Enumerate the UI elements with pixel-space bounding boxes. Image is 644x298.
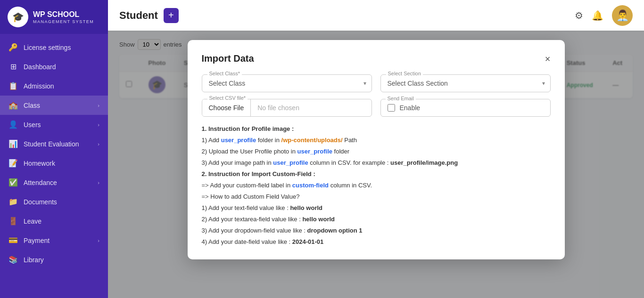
sidebar-item-label: Class xyxy=(24,102,40,109)
modal-header: Import Data × xyxy=(202,53,551,64)
instruction-header-2: 2. Instruction for Import Custom-Field : xyxy=(202,170,315,177)
chevron-right-icon: › xyxy=(98,122,99,128)
sidebar-item-dashboard[interactable]: ⊞ Dashboard xyxy=(0,57,108,76)
sidebar-item-label: License settings xyxy=(24,44,71,51)
modal-overlay: Import Data × Select Class* Select Class… xyxy=(108,31,644,298)
select-class-dropdown[interactable]: Select Class xyxy=(202,74,372,92)
logo-title: WP SCHOOL xyxy=(33,10,94,19)
chevron-right-icon: › xyxy=(98,141,99,147)
nav-icon: 📚 xyxy=(8,255,18,264)
select-class-label: Select Class* xyxy=(207,71,242,76)
file-name-display: No file chosen xyxy=(251,99,371,116)
send-email-enable-label: Enable xyxy=(400,104,421,112)
select-section-label: Select Section xyxy=(386,71,423,76)
instr-1-3-code: user_profile/image.png xyxy=(390,159,458,166)
sidebar-item-class[interactable]: 🏫 Class › xyxy=(0,96,108,115)
send-email-wrapper: Send Email Enable xyxy=(380,99,551,117)
nav-icon: 📊 xyxy=(8,139,18,148)
sidebar-item-label: Users xyxy=(24,121,41,129)
gear-icon[interactable]: ⚙ xyxy=(575,10,583,21)
arrow-icon-2: => xyxy=(202,193,209,200)
topbar: Student + ⚙ 🔔 👨‍💼 xyxy=(108,0,644,31)
select-section-dropdown[interactable]: Select Class Section xyxy=(380,74,551,92)
nav-icon: 👤 xyxy=(8,120,18,129)
sidebar-item-label: Admission xyxy=(24,82,54,90)
select-class-wrap: Select Class ▾ xyxy=(202,74,372,92)
select-class-group: Select Class* Select Class ▾ xyxy=(202,74,372,92)
instr-1-3-num: 3) xyxy=(202,159,207,166)
nav-icon: 💳 xyxy=(8,236,18,245)
chevron-right-icon: › xyxy=(98,103,99,108)
logo-icon: 🎓 xyxy=(8,7,28,27)
nav-icon: 📋 xyxy=(8,81,18,90)
sidebar-item-label: Dashboard xyxy=(24,63,56,71)
instr-1-2-num: 2) xyxy=(202,148,207,155)
file-input-wrap: Choose File No file chosen xyxy=(202,99,372,117)
instr-2-2-code: hello world xyxy=(302,216,335,223)
instruction-header-1: 1. Instruction for Profile image : xyxy=(202,125,294,132)
sidebar-item-users[interactable]: 👤 Users › xyxy=(0,115,108,134)
instr-1-2-highlight: user_profile xyxy=(297,148,332,155)
instr-2-4-code: 2024-01-01 xyxy=(292,238,324,245)
sidebar-item-label: Documents xyxy=(24,198,57,206)
sidebar-item-label: Student Evaluation xyxy=(24,140,79,148)
sidebar-item-documents[interactable]: 📁 Documents xyxy=(0,192,108,211)
nav-icon: 🚪 xyxy=(8,217,18,226)
chevron-right-icon: › xyxy=(98,238,99,243)
sidebar-item-admission[interactable]: 📋 Admission xyxy=(0,76,108,96)
logo-text: WP SCHOOL MANAGEMENT SYSTEM xyxy=(33,10,94,24)
topbar-left: Student + xyxy=(119,8,179,23)
topbar-right: ⚙ 🔔 👨‍💼 xyxy=(575,5,633,26)
choose-file-button[interactable]: Choose File xyxy=(202,99,251,116)
logo-subtitle: MANAGEMENT SYSTEM xyxy=(33,19,94,24)
csv-file-label: Select CSV file* xyxy=(207,95,248,101)
main-content: Student + ⚙ 🔔 👨‍💼 Show 10 25 50 entries xyxy=(108,0,644,298)
nav-icon: ✅ xyxy=(8,178,18,187)
nav-icon: 🏫 xyxy=(8,101,18,110)
sidebar-item-student-evaluation[interactable]: 📊 Student Evaluation › xyxy=(0,134,108,153)
import-data-modal: Import Data × Select Class* Select Class… xyxy=(188,40,565,259)
content-area: Show 10 25 50 entries Photo S Name xyxy=(108,31,644,298)
sidebar-item-label: Payment xyxy=(24,237,50,244)
nav-icon: 📝 xyxy=(8,159,18,168)
bell-icon[interactable]: 🔔 xyxy=(592,10,603,21)
instr-1-1-path: /wp-content/uploads/ xyxy=(281,137,343,144)
arrow-icon-1: => xyxy=(202,182,209,189)
avatar[interactable]: 👨‍💼 xyxy=(612,5,633,26)
form-row-1: Select Class* Select Class ▾ Select Sect… xyxy=(202,74,551,92)
instr-2-3-code: dropdown option 1 xyxy=(307,227,363,234)
form-row-2: Select CSV file* Choose File No file cho… xyxy=(202,99,551,117)
send-email-group: Send Email Enable xyxy=(380,99,551,117)
sidebar-item-license-settings[interactable]: 🔑 License settings xyxy=(0,38,108,57)
send-email-checkbox[interactable] xyxy=(388,104,395,112)
sidebar-item-label: Homework xyxy=(24,160,55,167)
instr-2-1-code: hello world xyxy=(290,204,322,211)
sidebar-item-label: Leave xyxy=(24,217,41,225)
add-student-button[interactable]: + xyxy=(164,8,179,23)
select-section-group: Select Section Select Class Section ▾ xyxy=(380,74,551,92)
sidebar-item-label: Library xyxy=(24,256,44,264)
sidebar-item-homework[interactable]: 📝 Homework xyxy=(0,153,108,173)
sidebar-nav: 🔑 License settings ⊞ Dashboard 📋 Admissi… xyxy=(0,34,108,273)
page-title: Student xyxy=(119,9,158,22)
modal-close-button[interactable]: × xyxy=(545,54,551,64)
sidebar-item-leave[interactable]: 🚪 Leave xyxy=(0,211,108,231)
instr-2-1-highlight: custom-field xyxy=(292,182,329,189)
sidebar-item-attendance[interactable]: ✅ Attendance › xyxy=(0,173,108,192)
instr-2-3-num: 3) xyxy=(202,227,207,234)
sidebar-item-library[interactable]: 📚 Library xyxy=(0,250,108,269)
select-section-wrap: Select Class Section ▾ xyxy=(380,74,551,92)
nav-icon: 🔑 xyxy=(8,43,18,52)
instr-1-3-highlight: user_profile xyxy=(273,159,308,166)
csv-file-group: Select CSV file* Choose File No file cho… xyxy=(202,99,372,117)
instr-1-1-highlight: user_profile xyxy=(221,137,256,144)
sidebar-logo: 🎓 WP SCHOOL MANAGEMENT SYSTEM xyxy=(0,0,108,34)
modal-title: Import Data xyxy=(202,53,254,64)
sidebar-item-payment[interactable]: 💳 Payment › xyxy=(0,231,108,250)
instr-1-1-num: 1) xyxy=(202,137,207,144)
instr-2-2-num: 2) xyxy=(202,216,207,223)
nav-icon: ⊞ xyxy=(8,62,18,71)
sidebar-item-label: Attendance xyxy=(24,179,57,186)
nav-icon: 📁 xyxy=(8,197,18,206)
instr-2-4-num: 4) xyxy=(202,238,207,245)
